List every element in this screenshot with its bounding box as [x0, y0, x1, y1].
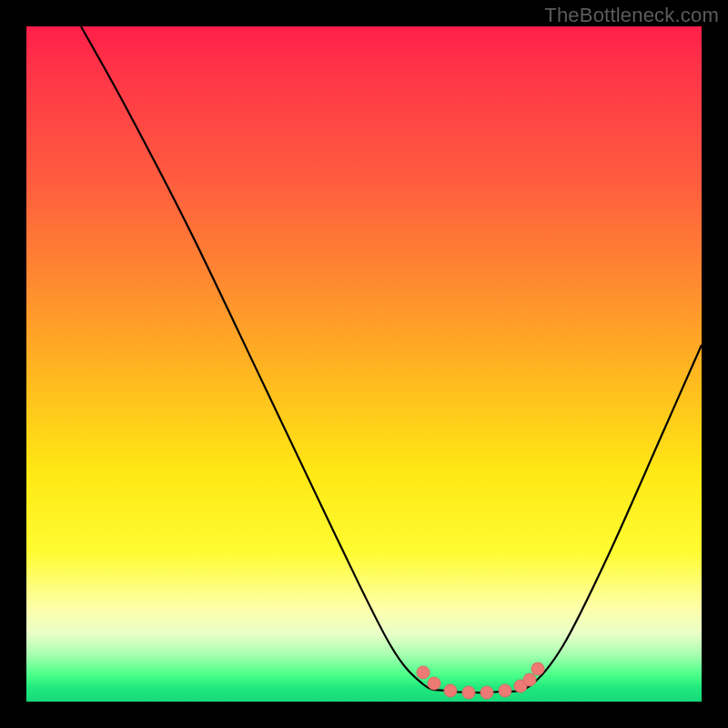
watermark-text: TheBottleneck.com	[544, 4, 719, 27]
bottleneck-curve	[81, 26, 702, 693]
valley-dot	[417, 666, 430, 679]
valley-dot	[444, 684, 457, 697]
valley-dot	[462, 686, 475, 699]
valley-dot	[523, 673, 536, 686]
valley-dot	[499, 684, 511, 697]
valley-dots	[417, 662, 544, 699]
curve-layer	[26, 26, 702, 702]
valley-dot	[480, 686, 493, 699]
valley-dot	[531, 662, 544, 675]
valley-dot	[428, 677, 440, 690]
plot-area	[26, 26, 702, 702]
chart-frame: TheBottleneck.com	[0, 0, 728, 728]
